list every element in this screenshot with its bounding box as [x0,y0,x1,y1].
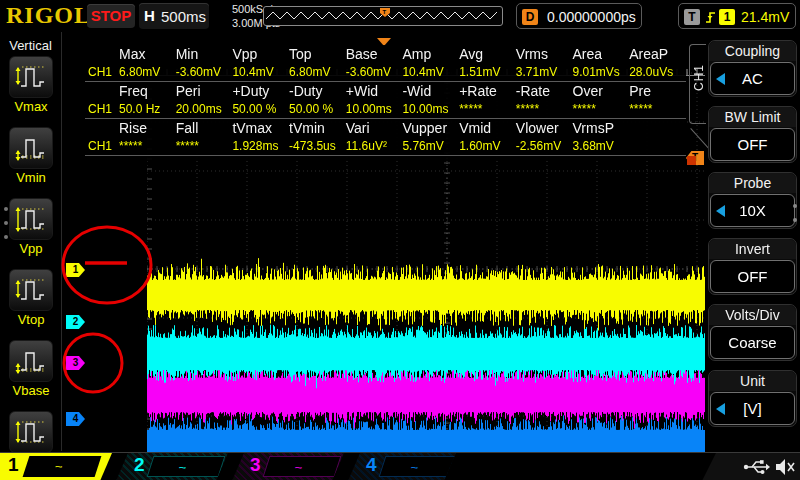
measure-header: Max [119,46,176,62]
channel-scale-box: ~ 10.0mV [379,456,458,477]
menu-page-dots [793,204,797,232]
run-state-badge: STOP [87,4,135,28]
menu-group-title: Volts/Div [709,305,796,325]
channel-number: 1 [8,454,19,476]
trigger-level-value: 21.4mV [741,9,789,25]
sidebar-item-vpp[interactable]: Vpp [0,198,62,266]
measure-header: Rise [119,120,176,136]
measure-header: Vari [346,120,403,136]
delay-icon: D [522,9,538,25]
measure-value: -3.60mV [176,65,233,79]
measure-header: Base [346,46,403,62]
measure-value: 50.0 Hz [119,102,176,116]
left-arrow-icon [716,73,725,85]
coupling-icon: ~ [376,457,453,478]
channel-tab-2[interactable]: 2~ 10.0mV [116,453,228,480]
menu-softkey-button[interactable]: 10X [710,194,795,227]
measure-header: +Duty [232,83,289,99]
measure-header: Peri [176,83,233,99]
menu-softkey-value: AC [742,70,763,87]
measure-row-label: CH1 [85,139,119,153]
channel-menu: CH1 CouplingACBW LimitOFFProbe10XInvertO… [705,32,800,452]
measure-value: 11.6uV² [346,139,403,153]
oscilloscope-screen: RIGOL STOP H 500ms 500kSa/s 3.00M pts T … [0,0,800,480]
rigol-logo: RIGOL [6,2,91,29]
measure-value: -2.56mV [516,139,573,153]
menu-softkey-button[interactable]: AC [710,62,795,95]
measure-value: ***** [629,102,686,116]
measure-value: 3.71mV [516,65,573,79]
delay-box[interactable]: D 0.00000000ps [516,3,642,29]
usb-icon [744,460,770,474]
timebase-box[interactable]: H 500ms [139,3,209,29]
preview-wave-icon: T [264,7,502,25]
coupling-icon: ~ [144,457,221,478]
menu-softkey-button[interactable]: OFF [710,128,795,161]
measure-header: tVmin [289,120,346,136]
measure-value: 3.68mV [573,139,630,153]
measure-header: Vupper [402,120,459,136]
measure-row-label: CH1 [85,102,119,116]
measure-header: Amp [402,46,459,62]
trigger-box[interactable]: T 1 21.4mV [678,3,796,29]
menu-softkey-button[interactable]: [V] [710,392,795,425]
measure-header: Vmid [459,120,516,136]
measure-value: 6.80mV [119,65,176,79]
top-bar: RIGOL STOP H 500ms 500kSa/s 3.00M pts T … [0,0,800,32]
measure-value: 6.80mV [289,65,346,79]
channel-tab-1[interactable]: 1~ 10.0mV [0,453,112,480]
measure-value: 20.00ms [176,102,233,116]
menu-group-title: Probe [709,173,796,193]
measure-header: Fall [176,120,233,136]
speaker-muted-icon [776,459,794,475]
sidebar-item-label: Vmax [0,99,62,114]
menu-scroll-dots [4,207,8,249]
vamp-icon [9,411,53,453]
sidebar-item-label: Vmin [0,170,62,185]
measure-header: Freq [119,83,176,99]
measure-header: Vlower [516,120,573,136]
measure-header: Avg [459,46,516,62]
table-corner-marker [687,156,696,165]
channel-tab-3[interactable]: 3~ 10.0mV [232,453,344,480]
measure-value: 5.76mV [402,139,459,153]
channel-tab-4[interactable]: 4~ 10.0mV [348,453,456,480]
measure-header: -Wid [402,83,459,99]
measure-value: ***** [119,139,176,153]
sidebar-item-label: Vpp [0,241,62,256]
sidebar-item-label: Vbase [0,383,62,398]
timebase-label: H [144,7,155,24]
measurement-table: MaxMinVppTopBaseAmpAvgVrmsAreaAreaPCH16.… [85,45,686,160]
menu-softkey-button[interactable]: OFF [710,260,795,293]
measure-header: Over [573,83,630,99]
sidebar-item-vtop[interactable]: Vtop [0,269,62,337]
sidebar-item-vmax[interactable]: Vmax [0,56,62,124]
measure-header: +Wid [346,83,403,99]
measure-value-row: CH16.80mV-3.60mV10.4mV6.80mV-3.60mV10.4m… [85,63,686,82]
sidebar-item-vbase[interactable]: Vbase [0,340,62,408]
menu-softkey-button[interactable]: Coarse [710,326,795,359]
channel-menu-tab: CH1 [689,44,706,124]
vmin-icon [9,127,53,169]
menu-group-title: Coupling [709,41,796,61]
channel-scale-box: ~ 10.0mV [147,456,226,477]
vbase-icon [9,340,53,382]
vmax-icon [9,56,53,98]
channel-scale-box: ~ 10.0mV [23,456,102,477]
coupling-icon: ~ [260,457,337,478]
sidebar-item-vmin[interactable]: Vmin [0,127,62,195]
trigger-source-badge: 1 [719,9,735,25]
measure-value: -3.60mV [346,65,403,79]
vertical-measure-menu: Vertical VmaxVminVppVtopVbaseVamp [0,32,62,451]
measure-header: -Duty [289,83,346,99]
measure-value: 50.00 % [289,102,346,116]
left-arrow-icon [716,403,725,415]
menu-group-invert: InvertOFF [708,238,797,295]
channel-status-bar: 1~ 10.0mV2~ 10.0mV3~ 10.0mV4~ 10.0mV [0,452,800,480]
trigger-label: T [684,9,700,25]
status-icons-area [702,453,800,480]
measure-value-row: CH1**********1.928ms-473.5us11.6uV²5.76m… [85,137,686,156]
measure-value: 1.928ms [232,139,289,153]
vtop-icon [9,269,53,311]
waveform-preview-bar[interactable]: T [263,6,503,26]
